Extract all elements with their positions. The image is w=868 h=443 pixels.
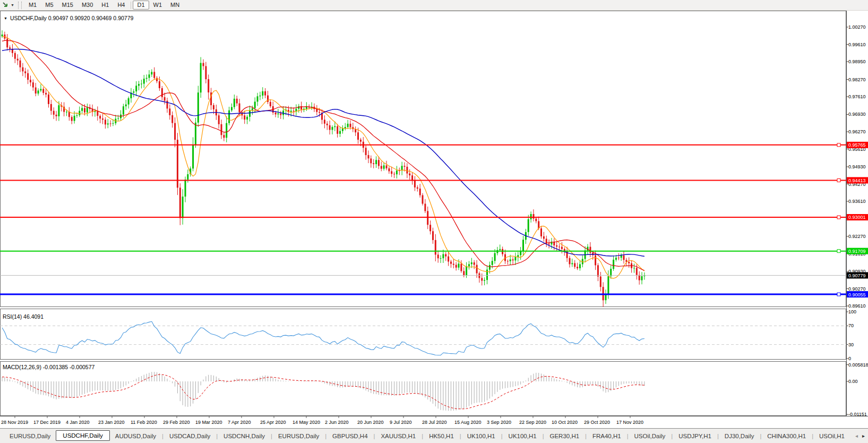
- macd-panel: [1, 362, 846, 416]
- candle-body: [117, 118, 119, 119]
- price-tick-label: 1.00270: [848, 24, 866, 30]
- candle-body: [141, 84, 142, 84]
- candle-body: [40, 89, 41, 91]
- candle-body: [319, 112, 320, 113]
- candle-body: [324, 120, 325, 123]
- candle-body: [486, 270, 488, 280]
- price-tick-label: 0.94930: [848, 164, 866, 169]
- date-label: 28 Jul 2020: [422, 420, 447, 425]
- candle-body: [264, 91, 266, 96]
- candle-body: [579, 264, 581, 268]
- chart-tool-dropdown[interactable]: ▼: [1, 1, 16, 9]
- tab-usdchf-daily[interactable]: USDCHF,Daily: [56, 430, 109, 441]
- candle-body: [234, 99, 235, 107]
- timeframe-w1[interactable]: W1: [149, 1, 167, 10]
- candle-body: [514, 257, 516, 261]
- date-label: 4 Jan 2020: [66, 420, 90, 425]
- candle-body: [231, 107, 233, 110]
- candle-body: [595, 255, 596, 266]
- tab-ger30-h1[interactable]: GER30,H1: [545, 431, 585, 441]
- candle-body: [432, 231, 434, 240]
- date-label: 3 Sep 2020: [487, 420, 511, 425]
- candle-body: [368, 155, 369, 158]
- date-label: 29 Oct 2020: [584, 420, 610, 425]
- candle-body: [213, 105, 214, 109]
- candle-body: [87, 107, 88, 112]
- candle-body: [110, 123, 111, 124]
- macd-tick-label: -0.01151: [848, 412, 867, 417]
- candle-body: [615, 258, 617, 260]
- candle-body: [613, 260, 614, 269]
- candle-body: [254, 101, 256, 108]
- candle-body: [370, 158, 372, 163]
- timeframe-d1[interactable]: D1: [133, 1, 149, 10]
- tab-usdjpy-h1[interactable]: USDJPY,H1: [673, 431, 717, 441]
- candle-body: [561, 247, 563, 249]
- tab-usoil-daily[interactable]: USOil,Daily: [629, 431, 671, 441]
- candle-body: [522, 240, 524, 251]
- candle-body: [257, 96, 259, 101]
- timeframe-mn[interactable]: MN: [166, 1, 184, 10]
- tab-usdcnh-daily[interactable]: USDCNH,Daily: [218, 431, 270, 441]
- chart-svg: 1.002700.996100.989500.982700.976100.969…: [0, 11, 868, 428]
- tab-scroll-left-icon[interactable]: ◂: [855, 433, 858, 439]
- timeframe-m5[interactable]: M5: [41, 1, 57, 10]
- candle-body: [424, 204, 426, 211]
- tab-eurusd-daily[interactable]: EURUSD,Daily: [4, 431, 56, 441]
- chart-title-caret-icon[interactable]: ▼: [4, 16, 7, 20]
- date-label: 28 Nov 2019: [1, 420, 28, 425]
- candle-body: [20, 61, 21, 67]
- candle-body: [628, 262, 630, 263]
- toolbar-grip[interactable]: [18, 2, 22, 9]
- tab-uk100-h1[interactable]: UK100,H1: [462, 431, 501, 441]
- candle-body: [68, 112, 70, 117]
- tab-hk50-h1[interactable]: HK50,H1: [424, 431, 459, 441]
- date-label: 22 Sep 2020: [519, 420, 546, 425]
- candle-body: [489, 265, 491, 270]
- tab-gbpusd-h4[interactable]: GBPUSD,H4: [327, 431, 373, 441]
- candle-body: [633, 268, 635, 268]
- candle-body: [429, 225, 431, 231]
- candle-body: [270, 102, 271, 106]
- tab-fra40-h1[interactable]: FRA40,H1: [587, 431, 626, 441]
- chart-canvas[interactable]: 1.002700.996100.989500.982700.976100.969…: [0, 11, 868, 428]
- timeframe-m1[interactable]: M1: [24, 1, 41, 10]
- tab-dj30-daily[interactable]: DJ30,Daily: [719, 431, 760, 441]
- tab-audusd-daily[interactable]: AUDUSD,Daily: [110, 431, 161, 441]
- candle-body: [334, 126, 336, 127]
- candle-body: [24, 71, 26, 73]
- candle-body: [32, 82, 34, 88]
- candle-body: [481, 278, 483, 280]
- candle-body: [259, 96, 261, 96]
- candle-body: [48, 95, 49, 104]
- chart-title: USDCHF,Daily 0.90497 0.90920 0.90469 0.9…: [10, 15, 133, 21]
- timeframe-h4[interactable]: H4: [113, 1, 129, 10]
- tab-uk100-h1[interactable]: UK100,H1: [503, 431, 542, 441]
- candle-body: [440, 258, 442, 259]
- candle-body: [102, 118, 104, 120]
- candle-body: [195, 123, 196, 144]
- candle-body: [14, 53, 16, 59]
- chart-tab-bar: EURUSD,DailyUSDCHF,DailyAUDUSD,Daily|USD…: [0, 428, 868, 443]
- tab-eurusd-daily[interactable]: EURUSD,Daily: [273, 431, 324, 441]
- candle-body: [639, 275, 640, 280]
- tab-usoil-h1[interactable]: USOil,H1: [814, 431, 850, 441]
- candle-body: [84, 108, 85, 112]
- date-label: 29 Feb 2020: [163, 420, 190, 425]
- timeframe-h1[interactable]: H1: [97, 1, 113, 10]
- candle-body: [474, 262, 475, 265]
- candle-body: [337, 126, 338, 134]
- rsi-tick-label: 70: [848, 323, 854, 328]
- candle-body: [200, 63, 202, 93]
- candle-body: [236, 99, 238, 104]
- candle-body: [512, 259, 514, 260]
- date-label: 20 Jun 2020: [357, 420, 384, 425]
- tab-scroll-controls: ◂ ▸: [851, 429, 867, 443]
- tab-xauusd-h1[interactable]: XAUUSD,H1: [375, 431, 421, 441]
- timeframe-m15[interactable]: M15: [58, 1, 78, 10]
- candle-body: [197, 92, 199, 123]
- timeframe-m30[interactable]: M30: [78, 1, 97, 10]
- tab-scroll-right-icon[interactable]: ▸: [862, 433, 865, 439]
- tab-china300-h1[interactable]: CHINA300,H1: [762, 431, 811, 441]
- tab-usdcad-daily[interactable]: USDCAD,Daily: [164, 431, 216, 441]
